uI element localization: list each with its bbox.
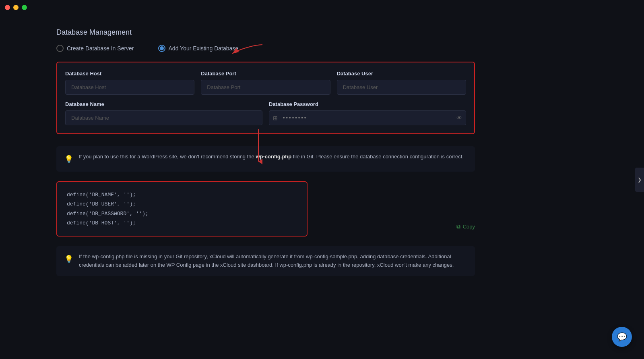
info-text-1: If you plan to use this for a WordPress … (79, 153, 464, 161)
code-line-1: define('DB_NAME', ''); (67, 190, 297, 199)
name-label: Database Name (65, 101, 262, 107)
port-group: Database Port (201, 71, 330, 95)
lightbulb-icon: 💡 (64, 154, 73, 165)
minimize-button[interactable] (13, 5, 19, 10)
form-grid-bottom: Database Name Database Password ⊞ 👁 (65, 101, 466, 125)
info-text-2: If the wp-config.php file is missing in … (79, 253, 467, 270)
create-database-option[interactable]: Create Database In Server (56, 45, 134, 52)
name-group: Database Name (65, 101, 262, 125)
add-existing-database-radio[interactable] (158, 45, 165, 52)
info-text-after: file in Git. Please ensure the database … (291, 154, 464, 160)
copy-icon: ⧉ (456, 223, 460, 230)
host-group: Database Host (65, 71, 194, 95)
close-button[interactable] (5, 5, 10, 10)
password-group: Database Password ⊞ 👁 (269, 101, 466, 125)
traffic-lights (5, 5, 27, 10)
name-input[interactable] (65, 110, 262, 125)
copy-label: Copy (463, 224, 475, 230)
add-existing-database-label: Add Your Existing Database (169, 45, 239, 52)
info-box-1: 💡 If you plan to use this for a WordPres… (56, 146, 475, 172)
code-box: define('DB_NAME', ''); define('DB_USER',… (56, 181, 308, 237)
eye-slash-icon[interactable]: 👁 (456, 115, 462, 121)
info-text-before: If you plan to use this for a WordPress … (79, 154, 256, 160)
password-label: Database Password (269, 101, 466, 107)
fullscreen-button[interactable] (22, 5, 27, 10)
port-input[interactable] (201, 80, 330, 95)
password-input[interactable] (269, 110, 466, 125)
code-line-4: define('DB_HOST', ''); (67, 218, 297, 228)
radio-options-row: Create Database In Server Add Your Exist… (56, 45, 475, 52)
add-existing-database-option[interactable]: Add Your Existing Database (158, 45, 239, 52)
key-icon: ⊞ (273, 115, 278, 121)
create-database-label: Create Database In Server (67, 45, 134, 52)
password-field-wrapper: ⊞ 👁 (269, 110, 466, 125)
page-title: Database Management (56, 28, 475, 37)
lightbulb-icon-2: 💡 (64, 253, 73, 265)
chevron-right-icon: ❯ (638, 177, 642, 183)
info-box-2: 💡 If the wp-config.php file is missing i… (56, 246, 475, 276)
database-form-box: Database Host Database Port Database Use… (56, 62, 475, 134)
chat-button[interactable]: 💬 (612, 327, 632, 347)
info-text-bold: wp-config.php (256, 154, 291, 160)
port-label: Database Port (201, 71, 330, 77)
copy-button[interactable]: ⧉ Copy (456, 223, 475, 230)
form-grid-top: Database Host Database Port Database Use… (65, 71, 466, 95)
host-input[interactable] (65, 80, 194, 95)
create-database-radio[interactable] (56, 45, 64, 52)
user-input[interactable] (337, 80, 466, 95)
sidebar-collapse-tab[interactable]: ❯ (635, 168, 644, 192)
code-section: define('DB_NAME', ''); define('DB_USER',… (56, 181, 475, 237)
user-group: Database User (337, 71, 466, 95)
chat-icon: 💬 (617, 332, 627, 342)
code-line-3: define('DB_PASSWORD', ''); (67, 209, 297, 218)
code-line-2: define('DB_USER', ''); (67, 199, 297, 209)
host-label: Database Host (65, 71, 194, 77)
user-label: Database User (337, 71, 466, 77)
